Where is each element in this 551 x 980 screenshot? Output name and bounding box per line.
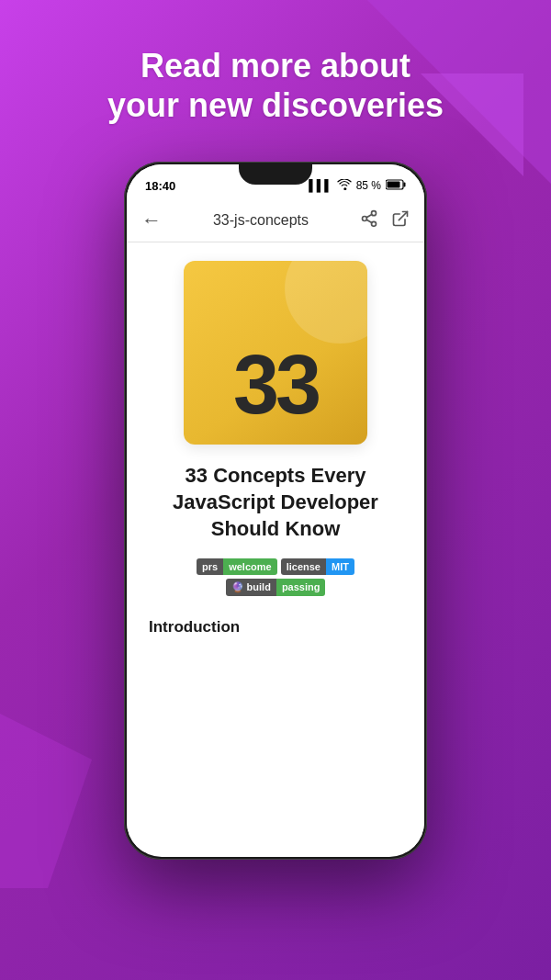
hero-heading: Read more about your new discoveries	[28, 46, 523, 125]
svg-rect-2	[388, 181, 400, 187]
badge-license-right: MIT	[326, 558, 354, 575]
repo-logo: 33	[184, 261, 367, 445]
status-time: 18:40	[145, 179, 175, 193]
external-link-icon[interactable]	[391, 209, 410, 232]
nav-actions	[360, 209, 410, 232]
badge-prs-left: prs	[197, 558, 223, 575]
badge-build-left: 🔮 build	[226, 579, 276, 596]
badge-build-right: passing	[276, 579, 326, 596]
status-icons: ▌▌▌ 85 %	[309, 179, 406, 193]
nav-bar: ← 33-js-concepts	[127, 199, 424, 242]
svg-line-8	[399, 211, 407, 220]
intro-heading: Introduction	[149, 618, 240, 636]
battery-icon	[386, 179, 406, 193]
phone-frame: 18:40 ▌▌▌ 85 %	[124, 162, 427, 860]
wifi-icon	[337, 179, 352, 193]
phone-notch	[239, 164, 312, 185]
badge-license-left: license	[281, 558, 326, 575]
repo-title: 33 Concepts Every JavaScript Developer S…	[149, 463, 402, 542]
nav-title: 33-js-concepts	[173, 212, 349, 229]
phone-screen: 18:40 ▌▌▌ 85 %	[127, 164, 424, 857]
badges-container: prs welcome license MIT 🔮 build passing	[149, 558, 402, 596]
badge-license: license MIT	[281, 558, 354, 575]
badge-build: 🔮 build passing	[226, 579, 326, 596]
share-icon[interactable]	[360, 209, 378, 232]
svg-rect-1	[404, 182, 406, 186]
svg-line-7	[366, 214, 372, 217]
badge-prs-right: welcome	[223, 558, 276, 575]
back-button[interactable]: ←	[141, 208, 162, 232]
content-area[interactable]: 33 33 Concepts Every JavaScript Develope…	[127, 242, 424, 852]
phone-wrapper: 18:40 ▌▌▌ 85 %	[0, 162, 551, 860]
hero-section: Read more about your new discoveries	[0, 0, 551, 143]
badge-prs: prs welcome	[197, 558, 277, 575]
repo-number: 33	[233, 344, 318, 426]
svg-line-6	[366, 220, 372, 222]
signal-icon: ▌▌▌	[309, 179, 332, 192]
battery-label: 85 %	[356, 179, 381, 192]
